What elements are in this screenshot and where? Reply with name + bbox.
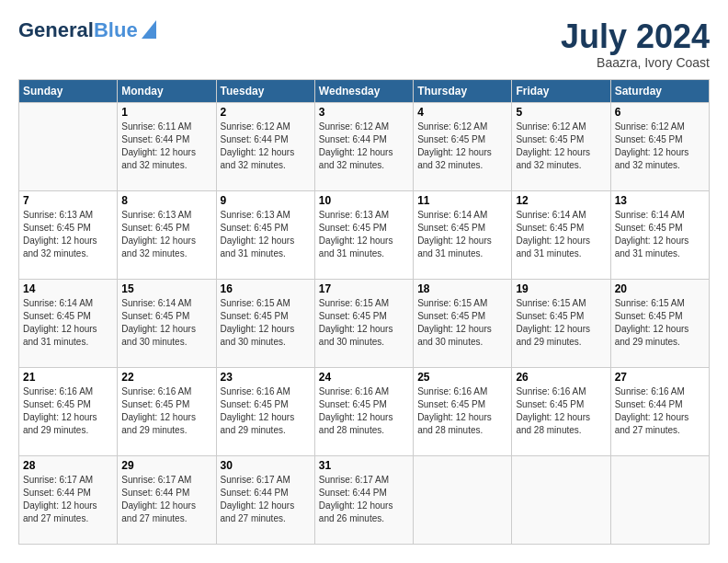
weekday-header: Saturday — [610, 79, 709, 102]
calendar-day-cell: 2 Sunrise: 6:12 AMSunset: 6:44 PMDayligh… — [216, 102, 314, 190]
calendar-day-cell: 8 Sunrise: 6:13 AMSunset: 6:45 PMDayligh… — [118, 190, 216, 279]
day-info: Sunrise: 6:14 AMSunset: 6:45 PMDaylight:… — [417, 210, 492, 259]
day-number: 11 — [417, 194, 507, 207]
day-info: Sunrise: 6:16 AMSunset: 6:45 PMDaylight:… — [23, 386, 97, 435]
calendar-day-cell: 14 Sunrise: 6:14 AMSunset: 6:45 PMDaylig… — [19, 279, 118, 367]
calendar-day-cell — [19, 102, 118, 190]
calendar-day-cell: 4 Sunrise: 6:12 AMSunset: 6:45 PMDayligh… — [414, 102, 512, 190]
calendar-day-cell: 13 Sunrise: 6:14 AMSunset: 6:45 PMDaylig… — [610, 190, 709, 279]
calendar-day-cell: 28 Sunrise: 6:17 AMSunset: 6:44 PMDaylig… — [19, 455, 118, 544]
day-number: 24 — [319, 371, 409, 384]
calendar-day-cell: 3 Sunrise: 6:12 AMSunset: 6:44 PMDayligh… — [314, 102, 413, 190]
day-number: 10 — [319, 194, 409, 207]
calendar-day-cell: 30 Sunrise: 6:17 AMSunset: 6:44 PMDaylig… — [216, 455, 314, 544]
logo-blue: Blue — [94, 18, 138, 41]
day-number: 25 — [417, 371, 507, 384]
day-number: 4 — [417, 106, 507, 119]
day-number: 30 — [221, 459, 311, 472]
calendar-day-cell — [414, 455, 512, 544]
weekday-header: Wednesday — [314, 79, 413, 102]
calendar-day-cell: 5 Sunrise: 6:12 AMSunset: 6:45 PMDayligh… — [512, 102, 610, 190]
day-number: 1 — [121, 106, 211, 119]
calendar-day-cell: 15 Sunrise: 6:14 AMSunset: 6:45 PMDaylig… — [118, 279, 216, 367]
day-number: 22 — [121, 371, 211, 384]
day-number: 20 — [615, 282, 705, 295]
day-info: Sunrise: 6:12 AMSunset: 6:45 PMDaylight:… — [417, 121, 492, 170]
day-info: Sunrise: 6:13 AMSunset: 6:45 PMDaylight:… — [319, 210, 393, 259]
weekday-header: Sunday — [19, 79, 118, 102]
day-number: 5 — [516, 106, 606, 119]
calendar-header-row: SundayMondayTuesdayWednesdayThursdayFrid… — [19, 79, 710, 102]
logo-general: General — [18, 18, 94, 41]
calendar-day-cell: 10 Sunrise: 6:13 AMSunset: 6:45 PMDaylig… — [314, 190, 413, 279]
day-number: 16 — [221, 282, 311, 295]
calendar-day-cell: 29 Sunrise: 6:17 AMSunset: 6:44 PMDaylig… — [118, 455, 216, 544]
day-number: 12 — [516, 194, 606, 207]
day-info: Sunrise: 6:13 AMSunset: 6:45 PMDaylight:… — [23, 210, 97, 259]
day-info: Sunrise: 6:16 AMSunset: 6:45 PMDaylight:… — [319, 386, 393, 435]
day-info: Sunrise: 6:16 AMSunset: 6:45 PMDaylight:… — [221, 386, 295, 435]
weekday-header: Tuesday — [216, 79, 314, 102]
day-info: Sunrise: 6:16 AMSunset: 6:45 PMDaylight:… — [516, 386, 590, 435]
calendar-week-row: 1 Sunrise: 6:11 AMSunset: 6:44 PMDayligh… — [19, 102, 710, 190]
day-info: Sunrise: 6:13 AMSunset: 6:45 PMDaylight:… — [121, 210, 196, 259]
calendar-day-cell: 19 Sunrise: 6:15 AMSunset: 6:45 PMDaylig… — [512, 279, 610, 367]
calendar-week-row: 28 Sunrise: 6:17 AMSunset: 6:44 PMDaylig… — [19, 455, 710, 544]
day-number: 14 — [23, 282, 113, 295]
day-info: Sunrise: 6:14 AMSunset: 6:45 PMDaylight:… — [516, 210, 590, 259]
day-number: 17 — [319, 282, 409, 295]
day-number: 28 — [23, 459, 113, 472]
day-info: Sunrise: 6:16 AMSunset: 6:45 PMDaylight:… — [121, 386, 196, 435]
day-info: Sunrise: 6:17 AMSunset: 6:44 PMDaylight:… — [23, 475, 97, 523]
calendar-week-row: 21 Sunrise: 6:16 AMSunset: 6:45 PMDaylig… — [19, 367, 710, 455]
day-info: Sunrise: 6:12 AMSunset: 6:44 PMDaylight:… — [319, 121, 393, 170]
day-number: 31 — [319, 459, 409, 472]
calendar-week-row: 7 Sunrise: 6:13 AMSunset: 6:45 PMDayligh… — [19, 190, 710, 279]
location: Baazra, Ivory Coast — [561, 55, 710, 70]
day-info: Sunrise: 6:16 AMSunset: 6:44 PMDaylight:… — [615, 386, 689, 435]
calendar-day-cell: 11 Sunrise: 6:14 AMSunset: 6:45 PMDaylig… — [414, 190, 512, 279]
day-info: Sunrise: 6:14 AMSunset: 6:45 PMDaylight:… — [121, 298, 196, 347]
day-number: 29 — [121, 459, 211, 472]
calendar-day-cell: 27 Sunrise: 6:16 AMSunset: 6:44 PMDaylig… — [610, 367, 709, 455]
calendar-day-cell: 31 Sunrise: 6:17 AMSunset: 6:44 PMDaylig… — [314, 455, 413, 544]
day-info: Sunrise: 6:17 AMSunset: 6:44 PMDaylight:… — [221, 475, 295, 523]
day-info: Sunrise: 6:12 AMSunset: 6:44 PMDaylight:… — [221, 121, 295, 170]
calendar-day-cell: 17 Sunrise: 6:15 AMSunset: 6:45 PMDaylig… — [314, 279, 413, 367]
weekday-header: Friday — [512, 79, 610, 102]
day-info: Sunrise: 6:14 AMSunset: 6:45 PMDaylight:… — [615, 210, 689, 259]
weekday-header: Monday — [118, 79, 216, 102]
calendar-day-cell: 7 Sunrise: 6:13 AMSunset: 6:45 PMDayligh… — [19, 190, 118, 279]
calendar-day-cell — [610, 455, 709, 544]
day-number: 13 — [615, 194, 705, 207]
calendar-table: SundayMondayTuesdayWednesdayThursdayFrid… — [18, 79, 710, 545]
calendar-day-cell: 9 Sunrise: 6:13 AMSunset: 6:45 PMDayligh… — [216, 190, 314, 279]
day-number: 9 — [221, 194, 311, 207]
calendar-day-cell: 18 Sunrise: 6:15 AMSunset: 6:45 PMDaylig… — [414, 279, 512, 367]
day-number: 7 — [23, 194, 113, 207]
calendar-week-row: 14 Sunrise: 6:14 AMSunset: 6:45 PMDaylig… — [19, 279, 710, 367]
day-info: Sunrise: 6:15 AMSunset: 6:45 PMDaylight:… — [417, 298, 492, 347]
day-info: Sunrise: 6:12 AMSunset: 6:45 PMDaylight:… — [615, 121, 689, 170]
calendar-day-cell: 16 Sunrise: 6:15 AMSunset: 6:45 PMDaylig… — [216, 279, 314, 367]
calendar-day-cell: 23 Sunrise: 6:16 AMSunset: 6:45 PMDaylig… — [216, 367, 314, 455]
day-number: 23 — [221, 371, 311, 384]
day-number: 21 — [23, 371, 113, 384]
calendar-day-cell: 20 Sunrise: 6:15 AMSunset: 6:45 PMDaylig… — [610, 279, 709, 367]
day-info: Sunrise: 6:15 AMSunset: 6:45 PMDaylight:… — [615, 298, 689, 347]
day-info: Sunrise: 6:13 AMSunset: 6:45 PMDaylight:… — [221, 210, 295, 259]
day-number: 15 — [121, 282, 211, 295]
day-number: 3 — [319, 106, 409, 119]
title-block: July 2024 Baazra, Ivory Coast — [561, 18, 710, 70]
calendar-day-cell: 12 Sunrise: 6:14 AMSunset: 6:45 PMDaylig… — [512, 190, 610, 279]
calendar-day-cell — [512, 455, 610, 544]
logo-triangle-icon — [142, 20, 156, 42]
day-number: 19 — [516, 282, 606, 295]
day-info: Sunrise: 6:15 AMSunset: 6:45 PMDaylight:… — [319, 298, 393, 347]
logo-text: GeneralBlue — [18, 20, 138, 40]
header: GeneralBlue July 2024 Baazra, Ivory Coas… — [18, 18, 710, 70]
day-info: Sunrise: 6:16 AMSunset: 6:45 PMDaylight:… — [417, 386, 492, 435]
day-number: 6 — [615, 106, 705, 119]
day-number: 2 — [221, 106, 311, 119]
svg-marker-0 — [142, 20, 156, 39]
